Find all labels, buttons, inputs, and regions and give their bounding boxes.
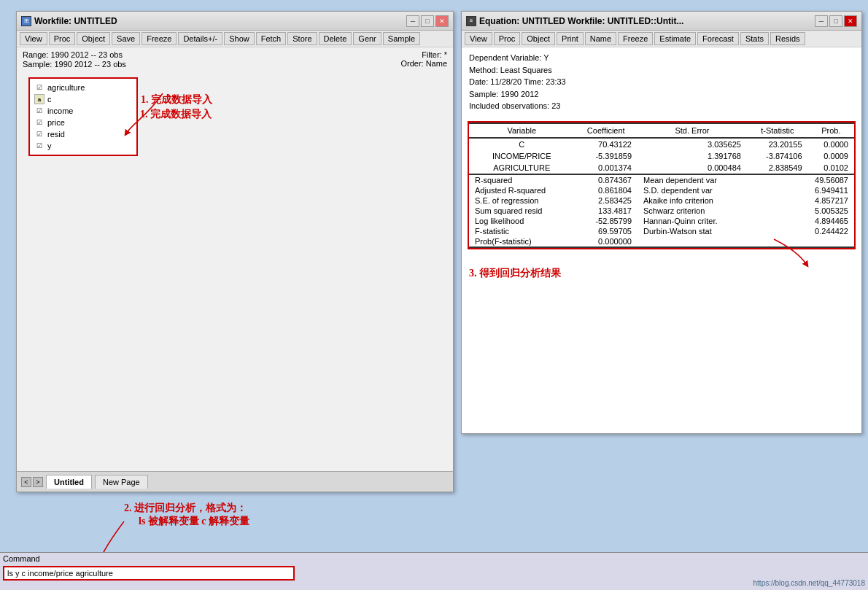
var-agriculture-icon: ☑	[34, 82, 44, 93]
menu-store[interactable]: Store	[287, 32, 317, 45]
cell-c-prob: 0.0000	[808, 138, 854, 150]
annotation-3-area: 3. 得到回归分析结果	[462, 254, 861, 286]
menu-details[interactable]: Details+/-	[178, 32, 222, 45]
eq-menu-object[interactable]: Object	[522, 32, 555, 45]
cell-sd-dep-val: 6.949411	[747, 185, 854, 195]
cell-ip-prob: 0.0009	[808, 150, 854, 162]
menu-freeze[interactable]: Freeze	[142, 32, 177, 45]
eq-menu-forecast[interactable]: Forecast	[697, 32, 739, 45]
equation-window: ≡ Equation: UNTITLED Workfile: UNTITLED:…	[461, 11, 862, 434]
menu-view[interactable]: View	[20, 32, 47, 45]
cell-ag-t: 2.838549	[747, 162, 808, 174]
var-resid-label: resid	[47, 130, 65, 139]
cell-aic-label: Akaike info criterion	[638, 195, 747, 206]
cell-hq-label: Hannan-Quinn criter.	[638, 216, 747, 226]
menu-show[interactable]: Show	[224, 32, 255, 45]
info-bar: Range: 1990 2012 -- 23 obs Sample: 1990 …	[17, 47, 453, 71]
cell-ag-coef: 0.001374	[575, 162, 638, 174]
workfile-body: ☑ agriculture a c ☑ income ☑ price ☑ res…	[17, 71, 453, 451]
tab-new-page[interactable]: New Page	[95, 475, 148, 489]
equation-icon: ≡	[466, 16, 476, 26]
cell-rsq-label: R-squared	[469, 174, 575, 185]
equation-menu-bar: View Proc Object Print Name Freeze Estim…	[462, 31, 861, 47]
tab-prev-button[interactable]: <	[21, 477, 31, 487]
stats-row-5: Log likelihood -52.85799 Hannan-Quinn cr…	[469, 216, 854, 226]
eq-maximize-button[interactable]: □	[829, 15, 842, 27]
cell-ip-coef: -5.391859	[575, 150, 638, 162]
sample-range: Sample: 1990 2012	[469, 88, 854, 101]
var-agriculture-label: agriculture	[47, 83, 85, 92]
method: Method: Least Squares	[469, 64, 854, 77]
annotation-3-text: 3. 得到回归分析结果	[469, 267, 854, 280]
cell-f-val: 69.59705	[575, 226, 638, 236]
cell-adj-rsq-val: 0.861804	[575, 185, 638, 195]
cell-probf-val: 0.000000	[575, 236, 638, 247]
row-agriculture: AGRICULTURE 0.001374 0.000484 2.838549 0…	[469, 162, 854, 174]
col-t-statistic: t-Statistic	[747, 123, 808, 138]
cell-se-reg-label: S.E. of regression	[469, 195, 575, 206]
bottom-annotation: 2. 进行回归分析，格式为： ls 被解释变量 c 解释变量	[124, 502, 249, 528]
eq-menu-proc[interactable]: Proc	[494, 32, 521, 45]
var-income-label: income	[47, 106, 73, 115]
bottom-annotation-line1: 2. 进行回归分析，格式为：	[124, 502, 249, 515]
cell-empty-1	[638, 236, 747, 247]
eq-menu-resids[interactable]: Resids	[770, 32, 805, 45]
cell-ip-se: 1.391768	[638, 150, 747, 162]
eq-menu-freeze[interactable]: Freeze	[618, 32, 653, 45]
menu-fetch[interactable]: Fetch	[256, 32, 287, 45]
cell-sc-label: Schwarz criterion	[638, 206, 747, 216]
menu-sample[interactable]: Sample	[383, 32, 420, 45]
tab-nav: < >	[21, 477, 43, 487]
eq-menu-view[interactable]: View	[465, 32, 492, 45]
eq-minimize-button[interactable]: ─	[815, 15, 828, 27]
var-y[interactable]: ☑ y	[33, 140, 133, 152]
var-y-icon: ☑	[34, 141, 44, 151]
minimize-button[interactable]: ─	[406, 15, 419, 27]
annotation-1-text: 1. 完成数据导入	[140, 108, 212, 121]
annotation-3-arrow	[759, 232, 818, 268]
cell-ag-prob: 0.0102	[808, 162, 854, 174]
var-y-label: y	[47, 141, 52, 150]
menu-proc[interactable]: Proc	[49, 32, 76, 45]
cell-ssr-val: 133.4817	[575, 206, 638, 216]
stats-row-3: S.E. of regression 2.583425 Akaike info …	[469, 195, 854, 206]
col-variable: Variable	[469, 123, 575, 138]
menu-genr[interactable]: Genr	[353, 32, 381, 45]
menu-delete[interactable]: Delete	[319, 32, 352, 45]
stats-row-1: R-squared 0.874367 Mean dependent var 49…	[469, 174, 854, 185]
cell-adj-rsq-label: Adjusted R-squared	[469, 185, 575, 195]
eq-menu-print[interactable]: Print	[557, 32, 584, 45]
workfile-title: Workfile: UNTITLED	[34, 16, 117, 26]
col-prob: Prob.	[808, 123, 854, 138]
menu-object[interactable]: Object	[77, 32, 110, 45]
eq-menu-name[interactable]: Name	[585, 32, 616, 45]
results-table-container: Variable Coefficient Std. Error t-Statis…	[468, 121, 856, 249]
var-price-label: price	[47, 118, 65, 127]
tab-next-button[interactable]: >	[33, 477, 43, 487]
equation-titlebar: ≡ Equation: UNTITLED Workfile: UNTITLED:…	[462, 12, 861, 31]
workfile-icon: ⊞	[21, 16, 31, 26]
eq-close-button[interactable]: ✕	[844, 15, 857, 27]
eq-menu-stats[interactable]: Stats	[740, 32, 769, 45]
eq-menu-estimate[interactable]: Estimate	[654, 32, 696, 45]
command-bar: Command	[0, 552, 868, 590]
maximize-button[interactable]: □	[421, 15, 434, 27]
var-price-icon: ☑	[34, 117, 44, 128]
cell-c-var: C	[469, 138, 575, 150]
info-right: Filter: * Order: Name	[400, 50, 447, 69]
info-left: Range: 1990 2012 -- 23 obs Sample: 1990 …	[23, 50, 126, 69]
cell-dw-label: Durbin-Watson stat	[638, 226, 747, 236]
tab-bar: < > Untitled New Page	[17, 471, 453, 492]
observations: Included observations: 23	[469, 100, 854, 112]
cell-mean-dep-label: Mean dependent var	[638, 174, 747, 185]
var-income-icon: ☑	[34, 106, 44, 116]
stats-row-2: Adjusted R-squared 0.861804 S.D. depende…	[469, 185, 854, 195]
dependent-var: Dependent Variable: Y	[469, 52, 854, 64]
tab-untitled[interactable]: Untitled	[46, 475, 92, 489]
menu-save[interactable]: Save	[112, 32, 140, 45]
watermark: https://blog.csdn.net/qq_44773018	[753, 579, 865, 587]
close-button[interactable]: ✕	[435, 15, 449, 27]
row-income-price: INCOME/PRICE -5.391859 1.391768 -3.87410…	[469, 150, 854, 162]
cell-c-se: 3.035625	[638, 138, 747, 150]
command-input[interactable]	[3, 566, 295, 581]
